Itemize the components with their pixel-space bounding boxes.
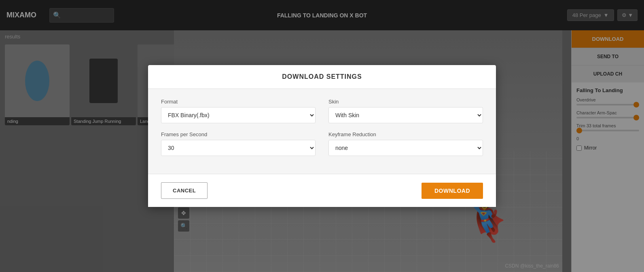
fps-label: Frames per Second [161, 131, 316, 137]
cancel-button[interactable]: CANCEL [161, 182, 208, 199]
modal-download-button[interactable]: DOWNLOAD [422, 183, 483, 199]
modal-title: DOWNLOAD SETTINGS [282, 73, 362, 80]
keyframe-select[interactable]: none Uniform Adaptive [328, 140, 483, 156]
modal-header: DOWNLOAD SETTINGS [148, 65, 496, 89]
keyframe-label: Keyframe Reduction [328, 131, 483, 137]
skin-select[interactable]: With Skin Without Skin [328, 107, 483, 123]
modal-footer: CANCEL DOWNLOAD [148, 174, 496, 207]
format-group: Format FBX Binary(.fbx) FBX ASCII(.fbx) … [161, 99, 316, 123]
fps-group: Frames per Second 30 60 24 [161, 131, 316, 156]
skin-label: Skin [328, 99, 483, 105]
fps-select[interactable]: 30 60 24 [161, 140, 316, 156]
form-row-1: Format FBX Binary(.fbx) FBX ASCII(.fbx) … [161, 99, 483, 123]
skin-group: Skin With Skin Without Skin [328, 99, 483, 123]
format-label: Format [161, 99, 316, 105]
format-select[interactable]: FBX Binary(.fbx) FBX ASCII(.fbx) Collada… [161, 107, 316, 123]
form-row-2: Frames per Second 30 60 24 Keyframe Redu… [161, 131, 483, 156]
keyframe-group: Keyframe Reduction none Uniform Adaptive [328, 131, 483, 156]
modal-body: Format FBX Binary(.fbx) FBX ASCII(.fbx) … [148, 89, 496, 174]
download-settings-modal: DOWNLOAD SETTINGS Format FBX Binary(.fbx… [148, 65, 496, 207]
modal-overlay: DOWNLOAD SETTINGS Format FBX Binary(.fbx… [0, 0, 644, 272]
